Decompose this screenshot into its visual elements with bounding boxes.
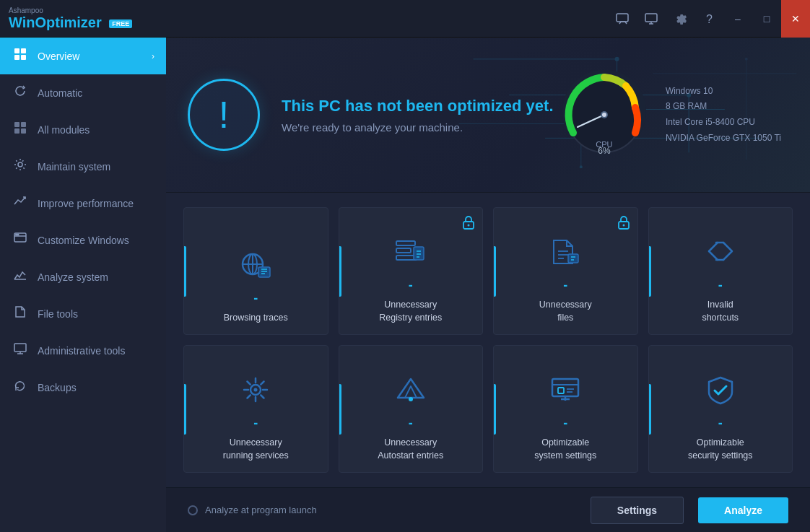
sidebar-label-analyze: Analyze system	[38, 271, 154, 283]
shortcuts-dash: -	[718, 278, 723, 293]
titlebar-controls: ? – □ ✕	[608, 0, 810, 38]
shortcuts-icon	[703, 237, 738, 274]
gauge-container: CPU 6%	[557, 68, 651, 162]
maintain-icon	[12, 157, 29, 175]
customize-icon	[12, 231, 29, 249]
browsing-traces-label: Browsing traces	[224, 312, 288, 325]
svg-rect-43	[258, 267, 270, 277]
system-settings-label: Optimizablesystem settings	[534, 437, 596, 462]
sidebar-item-all-modules[interactable]: All modules	[0, 111, 166, 148]
svg-rect-9	[14, 128, 19, 134]
sidebar-item-analyze-system[interactable]: Analyze system	[0, 258, 166, 295]
svg-point-70	[409, 397, 413, 401]
services-icon	[238, 375, 273, 411]
svg-point-11	[18, 162, 22, 167]
browsing-traces-dash: -	[253, 291, 258, 306]
admin-icon	[12, 341, 29, 359]
security-settings-label: Optimizablesecurity settings	[688, 437, 753, 462]
svg-text:?: ?	[706, 13, 713, 25]
modules-row-2: - Unnecessaryrunning services - Unnecess…	[183, 345, 793, 473]
svg-point-15	[17, 234, 19, 235]
close-button[interactable]: ✕	[781, 0, 810, 38]
hero-section: ! This PC has not been optimized yet. We…	[166, 38, 810, 193]
registry-icon	[393, 237, 428, 274]
titlebar: Ashampoo WinOptimizer FREE ? – □ ✕	[0, 0, 810, 38]
svg-marker-69	[405, 386, 417, 398]
svg-rect-61	[568, 254, 578, 263]
cpu-percent: 6%	[598, 146, 610, 156]
maximize-button[interactable]: □	[752, 0, 781, 38]
svg-rect-17	[14, 344, 26, 352]
svg-point-26	[614, 57, 619, 61]
brand-label: Ashampoo	[9, 7, 132, 14]
app-name-label: WinOptimizer	[9, 14, 102, 30]
sidebar-label-admin: Administrative tools	[38, 345, 154, 357]
files-lock-icon	[617, 215, 630, 232]
svg-point-57	[622, 224, 624, 227]
module-unnecessary-services[interactable]: - Unnecessaryrunning services	[183, 345, 328, 473]
svg-rect-71	[552, 379, 578, 396]
modules-area: - Browsing traces - UnnecessaryRegistry …	[166, 193, 810, 487]
registry-lock-icon	[462, 215, 475, 232]
svg-point-48	[468, 224, 470, 227]
autostart-label: UnnecessaryAutostart entries	[378, 437, 443, 462]
svg-marker-68	[398, 379, 424, 398]
module-browsing-traces[interactable]: - Browsing traces	[183, 207, 328, 335]
files-dash: -	[563, 278, 567, 293]
analyze-launch-checkbox[interactable]	[188, 505, 198, 515]
app-layout: Overview › Automatic All modules Maintai…	[0, 38, 810, 532]
sidebar-item-overview[interactable]: Overview ›	[0, 38, 166, 74]
sidebar-label-file-tools: File tools	[38, 308, 154, 320]
svg-point-14	[16, 234, 17, 235]
module-optimizable-system[interactable]: - Optimizablesystem settings	[493, 345, 638, 473]
app-logo: Ashampoo WinOptimizer FREE	[9, 7, 132, 30]
sidebar-label-overview: Overview	[38, 51, 143, 62]
sidebar-item-administrative-tools[interactable]: Administrative tools	[0, 332, 166, 369]
svg-rect-50	[396, 248, 411, 253]
sidebar-item-improve-performance[interactable]: Improve performance	[0, 185, 166, 222]
module-optimizable-security[interactable]: - Optimizablesecurity settings	[648, 345, 793, 473]
chat-icon-btn[interactable]	[608, 0, 637, 38]
sidebar-label-backups: Backups	[38, 382, 154, 393]
settings-icon-btn[interactable]	[666, 0, 694, 38]
monitor-icon-btn[interactable]	[637, 0, 666, 38]
autostart-dash: -	[409, 416, 413, 431]
minimize-button[interactable]: –	[723, 0, 752, 38]
autostart-icon	[393, 375, 428, 411]
sidebar-item-backups[interactable]: Backups	[0, 369, 166, 406]
backups-icon	[12, 378, 29, 396]
svg-point-34	[580, 165, 583, 168]
svg-rect-7	[14, 122, 19, 127]
files-icon	[548, 237, 583, 274]
services-dash: -	[253, 416, 258, 431]
svg-rect-5	[14, 55, 19, 60]
module-unnecessary-files[interactable]: - Unnecessaryfiles	[493, 207, 638, 335]
sidebar-item-file-tools[interactable]: File tools	[0, 295, 166, 332]
analyze-button[interactable]: Analyze	[698, 497, 788, 523]
sidebar-label-all-modules: All modules	[38, 124, 154, 136]
sidebar-label-automatic: Automatic	[38, 87, 154, 99]
bottom-bar: Analyze at program launch Settings Analy…	[166, 487, 810, 532]
sidebar-item-automatic[interactable]: Automatic	[0, 74, 166, 111]
sidebar-label-customize: Customize Windows	[38, 235, 154, 246]
automatic-icon	[12, 84, 29, 102]
file-tools-icon	[12, 305, 29, 323]
registry-dash: -	[409, 278, 413, 293]
security-settings-dash: -	[718, 416, 723, 431]
cpu-info: Windows 10 8 GB RAM Intel Core i5-8400 C…	[666, 84, 781, 146]
cpu-spec-cpu: Intel Core i5-8400 CPU	[666, 115, 781, 131]
sidebar-label-improve: Improve performance	[38, 198, 154, 209]
svg-rect-0	[617, 14, 628, 22]
settings-button[interactable]: Settings	[591, 497, 684, 524]
sidebar-item-customize-windows[interactable]: Customize Windows	[0, 222, 166, 258]
services-label: Unnecessaryrunning services	[223, 437, 289, 462]
help-icon-btn[interactable]: ?	[694, 0, 723, 38]
cpu-gauge-section: CPU 6% Windows 10 8 GB RAM Intel Core i5…	[557, 68, 781, 162]
sidebar-item-maintain-system[interactable]: Maintain system	[0, 148, 166, 185]
sidebar: Overview › Automatic All modules Maintai…	[0, 38, 166, 532]
svg-rect-10	[21, 128, 26, 134]
module-unnecessary-autostart[interactable]: - UnnecessaryAutostart entries	[339, 345, 484, 473]
module-invalid-shortcuts[interactable]: - Invalidshortcuts	[648, 207, 793, 335]
module-unnecessary-registry[interactable]: - UnnecessaryRegistry entries	[339, 207, 484, 335]
cpu-spec-ram: 8 GB RAM	[666, 99, 781, 115]
